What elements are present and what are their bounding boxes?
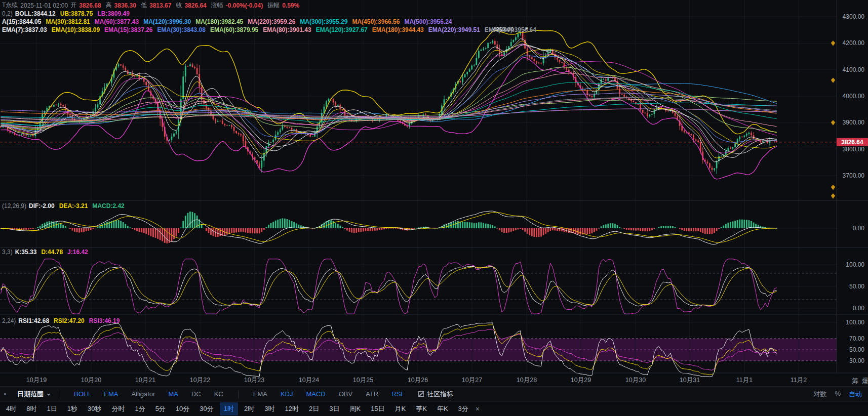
trading-chart-app: 4253.00↗4300.004200.004100.004000.003900… <box>0 0 868 416</box>
svg-text:100.00: 100.00 <box>846 319 864 326</box>
indicator-button-RSI[interactable]: RSI <box>391 390 403 398</box>
svg-text:10月20: 10月20 <box>81 377 101 384</box>
svg-text:3800.00: 3800.00 <box>843 146 865 153</box>
indicator-button-ATR[interactable]: ATR <box>366 390 378 398</box>
indicator-button-KC[interactable]: KC <box>214 390 223 398</box>
svg-text:0.00: 0.00 <box>853 225 865 232</box>
indicator-button-OBV[interactable]: OBV <box>339 390 352 398</box>
community-indicators-button[interactable]: 社区指标 <box>418 390 453 399</box>
toolbar-divider <box>238 390 239 398</box>
interval-tabbar: 4时8时1日1秒30秒分时1分5分10分30分1时2时3时12时2日3日周K15… <box>0 401 868 416</box>
indicator-button-Alligator[interactable]: Alligator <box>131 390 155 398</box>
svg-text:10月21: 10月21 <box>135 377 155 384</box>
svg-text:10月30: 10月30 <box>625 377 646 384</box>
svg-text:11月2: 11月2 <box>791 377 807 384</box>
svg-text:50.00: 50.00 <box>849 283 864 290</box>
svg-text:10月27: 10月27 <box>462 377 482 384</box>
svg-text:10月22: 10月22 <box>190 377 210 384</box>
svg-text:10月29: 10月29 <box>571 377 591 384</box>
date-range-button[interactable]: 日期范围 <box>17 390 51 399</box>
svg-text:3700.00: 3700.00 <box>843 172 865 179</box>
sub-indicator-group: EMAKDJMACDOBVATRRSI <box>247 390 409 398</box>
svg-text:4000.00: 4000.00 <box>843 93 865 100</box>
svg-text:11月1: 11月1 <box>736 377 753 384</box>
svg-text:↗: ↗ <box>523 26 528 33</box>
log-scale-toggle[interactable]: 对数 <box>813 390 826 399</box>
svg-text:10月25: 10月25 <box>353 377 373 384</box>
tab-interval-2日[interactable]: 2日 <box>305 402 323 415</box>
indicator-button-MACD[interactable]: MACD <box>306 390 325 398</box>
tab-interval-8时[interactable]: 8时 <box>22 402 41 415</box>
auto-scale-toggle[interactable]: 自动 <box>849 390 862 399</box>
svg-text:3826.64: 3826.64 <box>841 139 863 146</box>
tab-interval-年K[interactable]: 年K <box>433 402 452 415</box>
indicator-button-DC[interactable]: DC <box>191 390 201 398</box>
svg-text:10月19: 10月19 <box>26 377 47 384</box>
tab-interval-30分[interactable]: 30分 <box>195 402 217 415</box>
svg-text:50.00: 50.00 <box>849 346 864 353</box>
tab-interval-季K[interactable]: 季K <box>412 402 431 415</box>
edit-icon <box>418 391 424 397</box>
svg-text:0.00: 0.00 <box>853 305 865 312</box>
close-tab-icon[interactable]: × <box>476 405 480 413</box>
tab-interval-4时[interactable]: 4时 <box>2 402 20 415</box>
chip-distribution-button[interactable]: 筹 <box>852 377 858 386</box>
svg-text:4300.00: 4300.00 <box>843 13 865 20</box>
tab-interval-2时[interactable]: 2时 <box>240 402 258 415</box>
svg-text:4200.00: 4200.00 <box>843 39 865 47</box>
tab-interval-周K[interactable]: 周K <box>345 402 365 415</box>
svg-text:10月28: 10月28 <box>517 377 537 384</box>
tab-interval-12时[interactable]: 12时 <box>281 402 303 415</box>
tab-interval-月K[interactable]: 月K <box>391 402 410 415</box>
indicator-button-BOLL[interactable]: BOLL <box>74 390 91 398</box>
chart-canvas[interactable]: 4253.00↗4300.004200.004100.004000.003900… <box>0 0 868 386</box>
svg-text:10月31: 10月31 <box>680 377 700 384</box>
svg-text:4253.00: 4253.00 <box>493 26 514 32</box>
svg-text:4100.00: 4100.00 <box>843 66 865 73</box>
svg-text:70.00: 70.00 <box>849 335 864 342</box>
indicator-button-EMA[interactable]: EMA <box>104 390 118 398</box>
scale-toggles: 对数 % 自动 <box>813 390 862 399</box>
tab-interval-30秒[interactable]: 30秒 <box>84 402 105 415</box>
liquidation-button[interactable]: 爆 <box>862 377 868 386</box>
indicator-button-MA[interactable]: MA <box>168 390 178 398</box>
svg-text:10月24: 10月24 <box>299 377 319 384</box>
date-range-label: 日期范围 <box>17 390 44 399</box>
svg-text:100.00: 100.00 <box>846 261 864 268</box>
chevron-down-icon <box>47 394 51 396</box>
tab-interval-1分[interactable]: 1分 <box>131 402 149 415</box>
tab-interval-分时[interactable]: 分时 <box>107 402 129 415</box>
indicator-toolbar: 日期范围 BOLLEMAAlligatorMADCKC EMAKDJMACDOB… <box>0 386 868 401</box>
percent-scale-toggle[interactable]: % <box>835 390 841 399</box>
svg-text:3900.00: 3900.00 <box>843 119 865 126</box>
tab-interval-3时[interactable]: 3时 <box>260 402 279 415</box>
community-indicators-label: 社区指标 <box>427 390 453 399</box>
tab-interval-10分[interactable]: 10分 <box>172 402 193 415</box>
toolbar-divider <box>59 390 59 398</box>
svg-text:10月23: 10月23 <box>244 377 264 384</box>
tab-interval-5分[interactable]: 5分 <box>151 402 170 415</box>
tab-interval-3日[interactable]: 3日 <box>325 402 343 415</box>
toolbar-menu-icon[interactable] <box>4 393 6 395</box>
svg-text:10月26: 10月26 <box>408 377 428 384</box>
overlay-indicator-group: BOLLEMAAlligatorMADCKC <box>67 390 230 398</box>
svg-text:30.00: 30.00 <box>849 357 864 364</box>
indicator-button-EMA[interactable]: EMA <box>253 390 267 398</box>
tab-interval-3分[interactable]: 3分 <box>454 402 472 415</box>
tab-interval-1秒[interactable]: 1秒 <box>63 402 82 415</box>
indicator-button-KDJ[interactable]: KDJ <box>281 390 293 398</box>
tab-interval-1日[interactable]: 1日 <box>43 402 61 415</box>
tab-interval-1时[interactable]: 1时 <box>220 402 238 415</box>
tab-interval-15日[interactable]: 15日 <box>367 402 388 415</box>
